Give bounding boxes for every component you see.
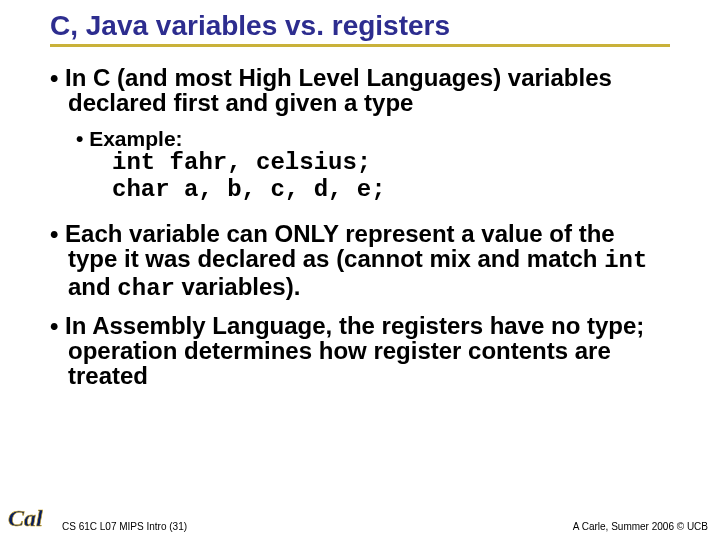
footer-left: CS 61C L07 MIPS Intro (31) — [50, 521, 187, 532]
footer-right: A Carle, Summer 2006 © UCB — [573, 521, 708, 532]
bullet-2: Each variable can ONLY represent a value… — [50, 221, 670, 301]
slide-body: In C (and most High Level Languages) var… — [0, 47, 720, 388]
bullet-2-text-b: variables). — [175, 273, 300, 300]
bullet-3: In Assembly Language, the registers have… — [50, 313, 670, 389]
bullet-example-label: Example: — [50, 127, 670, 150]
slide-title: C, Java variables vs. registers — [50, 10, 670, 47]
slide-footer: CS 61C L07 MIPS Intro (31) A Carle, Summ… — [0, 521, 720, 532]
code-line-1: int fahr, celsius; — [112, 149, 371, 176]
bullet-2-text-mid: and — [68, 273, 117, 300]
bullet-2-text-a: Each variable can ONLY represent a value… — [65, 220, 615, 272]
bullet-1: In C (and most High Level Languages) var… — [50, 65, 670, 115]
code-block: int fahr, celsius; char a, b, c, d, e; — [50, 150, 670, 203]
inline-code-char: char — [117, 275, 175, 302]
inline-code-int: int — [604, 247, 647, 274]
code-line-2: char a, b, c, d, e; — [112, 176, 386, 203]
